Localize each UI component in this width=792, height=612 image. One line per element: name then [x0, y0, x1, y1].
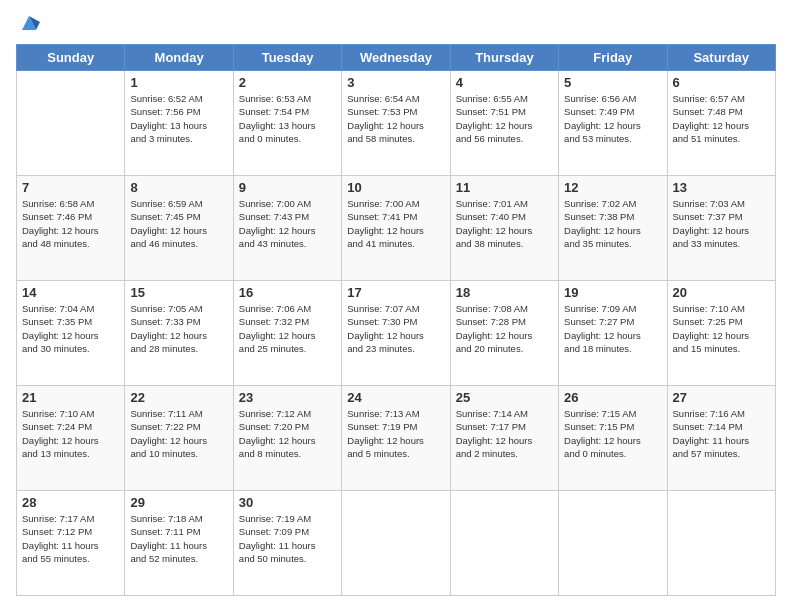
- day-info: Sunrise: 7:06 AM Sunset: 7:32 PM Dayligh…: [239, 302, 336, 355]
- day-info: Sunrise: 7:18 AM Sunset: 7:11 PM Dayligh…: [130, 512, 227, 565]
- calendar-table: SundayMondayTuesdayWednesdayThursdayFrid…: [16, 44, 776, 596]
- calendar-day-cell: 20Sunrise: 7:10 AM Sunset: 7:25 PM Dayli…: [667, 281, 775, 386]
- day-number: 5: [564, 75, 661, 90]
- weekday-header: Saturday: [667, 45, 775, 71]
- day-info: Sunrise: 6:57 AM Sunset: 7:48 PM Dayligh…: [673, 92, 770, 145]
- day-number: 6: [673, 75, 770, 90]
- calendar-day-cell: 15Sunrise: 7:05 AM Sunset: 7:33 PM Dayli…: [125, 281, 233, 386]
- calendar-day-cell: 2Sunrise: 6:53 AM Sunset: 7:54 PM Daylig…: [233, 71, 341, 176]
- calendar-day-cell: 9Sunrise: 7:00 AM Sunset: 7:43 PM Daylig…: [233, 176, 341, 281]
- logo: [16, 16, 40, 34]
- calendar-day-cell: [17, 71, 125, 176]
- day-number: 3: [347, 75, 444, 90]
- day-number: 21: [22, 390, 119, 405]
- calendar-day-cell: 21Sunrise: 7:10 AM Sunset: 7:24 PM Dayli…: [17, 386, 125, 491]
- day-info: Sunrise: 7:13 AM Sunset: 7:19 PM Dayligh…: [347, 407, 444, 460]
- day-number: 29: [130, 495, 227, 510]
- day-number: 2: [239, 75, 336, 90]
- calendar-day-cell: 14Sunrise: 7:04 AM Sunset: 7:35 PM Dayli…: [17, 281, 125, 386]
- day-info: Sunrise: 6:58 AM Sunset: 7:46 PM Dayligh…: [22, 197, 119, 250]
- calendar-week-row: 1Sunrise: 6:52 AM Sunset: 7:56 PM Daylig…: [17, 71, 776, 176]
- calendar-day-cell: 22Sunrise: 7:11 AM Sunset: 7:22 PM Dayli…: [125, 386, 233, 491]
- day-info: Sunrise: 6:54 AM Sunset: 7:53 PM Dayligh…: [347, 92, 444, 145]
- day-number: 18: [456, 285, 553, 300]
- calendar-day-cell: [667, 491, 775, 596]
- day-number: 27: [673, 390, 770, 405]
- day-number: 4: [456, 75, 553, 90]
- day-info: Sunrise: 7:16 AM Sunset: 7:14 PM Dayligh…: [673, 407, 770, 460]
- day-info: Sunrise: 7:11 AM Sunset: 7:22 PM Dayligh…: [130, 407, 227, 460]
- day-number: 1: [130, 75, 227, 90]
- day-number: 17: [347, 285, 444, 300]
- calendar-day-cell: [450, 491, 558, 596]
- weekday-header: Tuesday: [233, 45, 341, 71]
- day-info: Sunrise: 7:04 AM Sunset: 7:35 PM Dayligh…: [22, 302, 119, 355]
- day-number: 26: [564, 390, 661, 405]
- day-number: 9: [239, 180, 336, 195]
- calendar-day-cell: 27Sunrise: 7:16 AM Sunset: 7:14 PM Dayli…: [667, 386, 775, 491]
- calendar-day-cell: 17Sunrise: 7:07 AM Sunset: 7:30 PM Dayli…: [342, 281, 450, 386]
- day-number: 24: [347, 390, 444, 405]
- day-info: Sunrise: 7:10 AM Sunset: 7:24 PM Dayligh…: [22, 407, 119, 460]
- calendar-day-cell: [342, 491, 450, 596]
- day-info: Sunrise: 7:15 AM Sunset: 7:15 PM Dayligh…: [564, 407, 661, 460]
- calendar-day-cell: 13Sunrise: 7:03 AM Sunset: 7:37 PM Dayli…: [667, 176, 775, 281]
- day-info: Sunrise: 7:08 AM Sunset: 7:28 PM Dayligh…: [456, 302, 553, 355]
- calendar-day-cell: 5Sunrise: 6:56 AM Sunset: 7:49 PM Daylig…: [559, 71, 667, 176]
- calendar-day-cell: [559, 491, 667, 596]
- calendar-day-cell: 18Sunrise: 7:08 AM Sunset: 7:28 PM Dayli…: [450, 281, 558, 386]
- day-info: Sunrise: 7:09 AM Sunset: 7:27 PM Dayligh…: [564, 302, 661, 355]
- weekday-header: Thursday: [450, 45, 558, 71]
- calendar-day-cell: 28Sunrise: 7:17 AM Sunset: 7:12 PM Dayli…: [17, 491, 125, 596]
- logo-icon: [18, 12, 40, 34]
- calendar-week-row: 7Sunrise: 6:58 AM Sunset: 7:46 PM Daylig…: [17, 176, 776, 281]
- day-number: 11: [456, 180, 553, 195]
- day-number: 28: [22, 495, 119, 510]
- calendar-week-row: 21Sunrise: 7:10 AM Sunset: 7:24 PM Dayli…: [17, 386, 776, 491]
- day-number: 23: [239, 390, 336, 405]
- calendar-day-cell: 4Sunrise: 6:55 AM Sunset: 7:51 PM Daylig…: [450, 71, 558, 176]
- header: [16, 16, 776, 34]
- calendar-day-cell: 29Sunrise: 7:18 AM Sunset: 7:11 PM Dayli…: [125, 491, 233, 596]
- day-number: 7: [22, 180, 119, 195]
- calendar-day-cell: 10Sunrise: 7:00 AM Sunset: 7:41 PM Dayli…: [342, 176, 450, 281]
- day-number: 10: [347, 180, 444, 195]
- weekday-header: Monday: [125, 45, 233, 71]
- calendar-day-cell: 16Sunrise: 7:06 AM Sunset: 7:32 PM Dayli…: [233, 281, 341, 386]
- day-number: 12: [564, 180, 661, 195]
- calendar-week-row: 28Sunrise: 7:17 AM Sunset: 7:12 PM Dayli…: [17, 491, 776, 596]
- day-info: Sunrise: 7:03 AM Sunset: 7:37 PM Dayligh…: [673, 197, 770, 250]
- calendar-day-cell: 7Sunrise: 6:58 AM Sunset: 7:46 PM Daylig…: [17, 176, 125, 281]
- day-number: 30: [239, 495, 336, 510]
- calendar-day-cell: 25Sunrise: 7:14 AM Sunset: 7:17 PM Dayli…: [450, 386, 558, 491]
- day-info: Sunrise: 7:00 AM Sunset: 7:43 PM Dayligh…: [239, 197, 336, 250]
- calendar-day-cell: 30Sunrise: 7:19 AM Sunset: 7:09 PM Dayli…: [233, 491, 341, 596]
- day-info: Sunrise: 7:07 AM Sunset: 7:30 PM Dayligh…: [347, 302, 444, 355]
- calendar-day-cell: 23Sunrise: 7:12 AM Sunset: 7:20 PM Dayli…: [233, 386, 341, 491]
- day-number: 15: [130, 285, 227, 300]
- weekday-header: Wednesday: [342, 45, 450, 71]
- calendar-day-cell: 24Sunrise: 7:13 AM Sunset: 7:19 PM Dayli…: [342, 386, 450, 491]
- day-number: 19: [564, 285, 661, 300]
- day-info: Sunrise: 7:12 AM Sunset: 7:20 PM Dayligh…: [239, 407, 336, 460]
- day-number: 8: [130, 180, 227, 195]
- day-info: Sunrise: 6:52 AM Sunset: 7:56 PM Dayligh…: [130, 92, 227, 145]
- day-number: 25: [456, 390, 553, 405]
- day-info: Sunrise: 7:19 AM Sunset: 7:09 PM Dayligh…: [239, 512, 336, 565]
- day-info: Sunrise: 7:14 AM Sunset: 7:17 PM Dayligh…: [456, 407, 553, 460]
- day-number: 20: [673, 285, 770, 300]
- calendar-day-cell: 6Sunrise: 6:57 AM Sunset: 7:48 PM Daylig…: [667, 71, 775, 176]
- calendar-day-cell: 12Sunrise: 7:02 AM Sunset: 7:38 PM Dayli…: [559, 176, 667, 281]
- day-info: Sunrise: 6:55 AM Sunset: 7:51 PM Dayligh…: [456, 92, 553, 145]
- calendar-day-cell: 11Sunrise: 7:01 AM Sunset: 7:40 PM Dayli…: [450, 176, 558, 281]
- calendar-day-cell: 19Sunrise: 7:09 AM Sunset: 7:27 PM Dayli…: [559, 281, 667, 386]
- day-info: Sunrise: 7:05 AM Sunset: 7:33 PM Dayligh…: [130, 302, 227, 355]
- day-info: Sunrise: 7:01 AM Sunset: 7:40 PM Dayligh…: [456, 197, 553, 250]
- day-info: Sunrise: 7:10 AM Sunset: 7:25 PM Dayligh…: [673, 302, 770, 355]
- calendar-day-cell: 3Sunrise: 6:54 AM Sunset: 7:53 PM Daylig…: [342, 71, 450, 176]
- day-number: 16: [239, 285, 336, 300]
- page: SundayMondayTuesdayWednesdayThursdayFrid…: [0, 0, 792, 612]
- day-info: Sunrise: 6:56 AM Sunset: 7:49 PM Dayligh…: [564, 92, 661, 145]
- weekday-header: Sunday: [17, 45, 125, 71]
- day-info: Sunrise: 7:00 AM Sunset: 7:41 PM Dayligh…: [347, 197, 444, 250]
